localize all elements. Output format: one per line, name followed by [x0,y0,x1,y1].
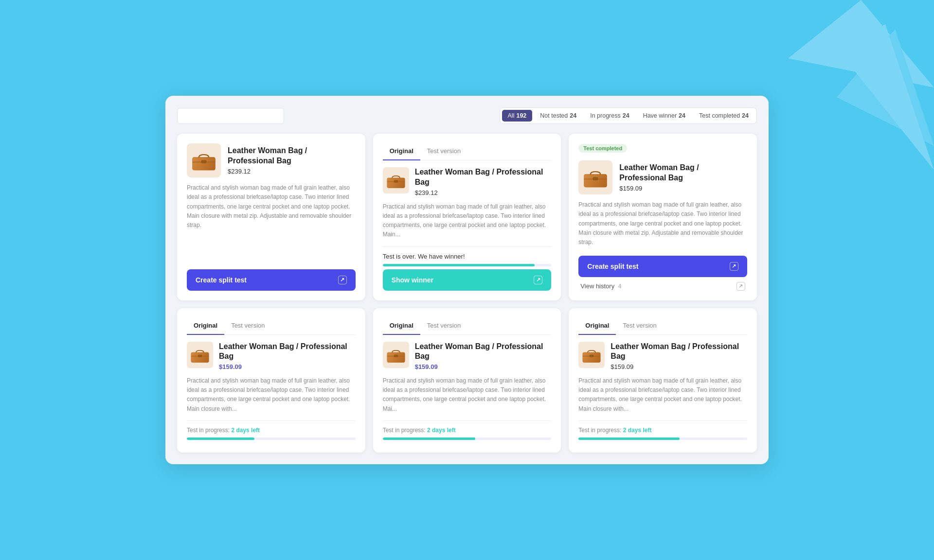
progress-label: Test in progress: 2 days left [578,427,747,434]
tab-original[interactable]: Original [187,318,224,335]
product-header: Leather Woman Bag / Professional Bag $23… [187,143,356,177]
filter-tab-test-completed[interactable]: Test completed 24 [693,110,754,122]
product-info: Leather Woman Bag / Professional Bag $15… [619,163,747,192]
progress-days: 2 days left [231,427,260,434]
product-price: $159.09 [219,363,356,370]
test-completed-badge: Test completed [578,144,627,153]
svg-marker-2 [837,24,934,170]
svg-marker-1 [837,29,934,146]
toolbar: All 192Not tested 24In progress 24Have w… [177,107,757,124]
search-input[interactable] [177,108,284,124]
product-card-4: Original Test version Leather Woman Bag … [373,308,561,453]
product-name: Leather Woman Bag / Professional Bag [228,146,356,166]
view-history-label: View history 4 [580,282,621,290]
product-info: Leather Woman Bag / Professional Bag $15… [611,342,747,371]
svg-rect-16 [191,352,209,362]
product-name: Leather Woman Bag / Professional Bag [611,342,747,362]
product-info: Leather Woman Bag / Professional Bag $23… [415,167,552,196]
product-price: $159.09 [619,185,747,192]
product-price: $159.09 [611,363,747,370]
inner-product-row: Leather Woman Bag / Professional Bag $15… [187,342,356,371]
filter-tab-all[interactable]: All 192 [502,110,533,122]
product-thumbnail [383,342,409,368]
progress-label: Test in progress: 2 days left [383,427,552,434]
winner-label: Test is over. We have winner! [383,253,552,260]
create-split-test-button[interactable]: Create split test ↗ [187,269,356,291]
product-price: $239.12 [228,168,356,175]
svg-rect-4 [192,157,215,170]
tab-test-version[interactable]: Test version [420,143,467,160]
arrow-icon: ↗ [730,262,738,271]
progress-fill [187,438,254,440]
filter-tab-have-winner[interactable]: Have winner 24 [637,110,691,122]
svg-rect-10 [394,180,397,183]
product-thumbnail [578,160,612,194]
cards-grid: Leather Woman Bag / Professional Bag $23… [177,134,757,453]
progress-label: Test in progress: 2 days left [187,427,356,434]
product-price: $159.09 [415,363,552,370]
product-info: Leather Woman Bag / Professional Bag $15… [219,342,356,371]
arrow-icon: ↗ [338,276,347,284]
product-description: Practical and stylish woman bag made of … [578,376,747,414]
filter-tab-in-progress[interactable]: In progress 24 [584,110,635,122]
filter-tab-not-tested[interactable]: Not tested 24 [534,110,582,122]
tab-test-version[interactable]: Test version [420,318,467,335]
arrow-icon: ↗ [534,276,542,284]
svg-rect-26 [590,354,593,357]
show-winner-button[interactable]: Show winner ↗ [383,269,552,291]
view-history-count: 4 [618,283,622,290]
view-history-button[interactable]: ↗ [736,282,745,291]
tab-original[interactable]: Original [383,143,420,160]
product-info: Leather Woman Bag / Professional Bag $23… [228,146,356,175]
product-thumbnail [578,342,605,368]
product-description: Practical and stylish woman bag made of … [187,183,356,262]
progress-fill [383,438,476,440]
card-footer: Create split test ↗ [187,269,356,291]
svg-rect-14 [593,177,598,180]
product-card-2: Test completed Leather Woman Bag / Profe… [569,134,757,300]
product-name: Leather Woman Bag / Professional Bag [415,342,552,362]
product-description: Practical and stylish woman bag made of … [383,376,552,414]
product-description: Practical and stylish woman bag made of … [578,200,747,248]
product-name: Leather Woman Bag / Professional Bag [219,342,356,362]
progress-bar [578,438,747,440]
tabs-row: Original Test version [187,318,356,335]
tab-original[interactable]: Original [578,318,616,335]
product-name: Leather Woman Bag / Professional Bag [415,167,552,188]
svg-rect-18 [198,354,202,357]
tab-original[interactable]: Original [383,318,420,335]
svg-rect-8 [387,178,405,188]
product-info: Leather Woman Bag / Professional Bag $15… [415,342,552,371]
inner-product-row: Leather Woman Bag / Professional Bag $15… [383,342,552,371]
tabs-row: Original Test version [383,318,552,335]
product-card-1: Original Test version Leather Woman Bag … [373,134,561,300]
view-history-row: View history 4 ↗ [578,277,747,291]
product-thumbnail [187,143,221,177]
tabs-row: Original Test version [578,318,747,335]
svg-rect-6 [201,160,207,163]
svg-rect-24 [583,352,601,362]
product-price: $239.12 [415,189,552,196]
product-name: Leather Woman Bag / Professional Bag [619,163,747,183]
svg-rect-12 [584,174,607,187]
progress-days: 2 days left [623,427,652,434]
product-card-5: Original Test version Leather Woman Bag … [569,308,757,453]
progress-fill [383,264,535,266]
svg-marker-0 [788,0,934,88]
create-split-test-button[interactable]: Create split test ↗ [578,256,747,277]
main-container: All 192Not tested 24In progress 24Have w… [165,96,769,464]
card-footer: Create split test ↗ View history 4 ↗ [578,256,747,291]
product-description: Practical and stylish woman bag made of … [187,376,356,414]
tab-test-version[interactable]: Test version [224,318,271,335]
product-header: Leather Woman Bag / Professional Bag $15… [578,160,747,194]
product-thumbnail [383,167,409,193]
product-card-0: Leather Woman Bag / Professional Bag $23… [177,134,365,300]
tabs-row: Original Test version [383,143,552,160]
inner-product-row: Leather Woman Bag / Professional Bag $15… [578,342,747,371]
arrow-icon: ↗ [736,282,745,291]
filter-tabs: All 192Not tested 24In progress 24Have w… [500,107,757,124]
progress-bar [187,438,356,440]
progress-days: 2 days left [427,427,456,434]
product-card-3: Original Test version Leather Woman Bag … [177,308,365,453]
tab-test-version[interactable]: Test version [616,318,663,335]
